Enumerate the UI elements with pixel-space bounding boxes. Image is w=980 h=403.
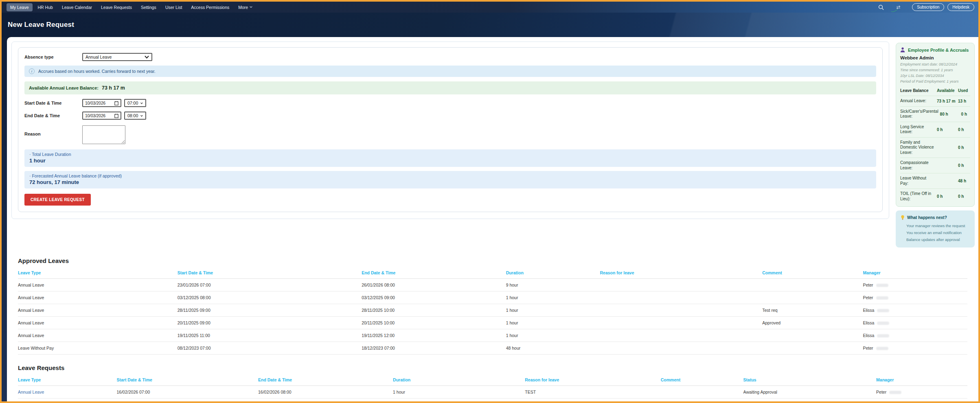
col-end[interactable]: End Date & Time [362, 267, 506, 279]
nav-item[interactable]: My Leave [7, 3, 33, 11]
col-start[interactable]: Start Date & Time [117, 374, 258, 386]
balance-row: Long Service Leave: 0 h 0 h [900, 122, 970, 138]
col-end[interactable]: End Date & Time [258, 374, 393, 386]
nav-right: Subscription Helpdesk [878, 3, 974, 11]
redacted-surname [876, 347, 888, 350]
create-leave-request-button[interactable]: CREATE LEAVE REQUEST [24, 194, 91, 206]
balance-row: Family and Domestic Violence Leave: 0 h [900, 138, 970, 158]
reason-textarea[interactable] [82, 125, 125, 144]
col-duration[interactable]: Duration [393, 374, 525, 386]
balance-row: TOIL (Time Off in Lieu): 0 h 0 h [900, 189, 970, 204]
helpdesk-button[interactable]: Helpdesk [947, 3, 974, 11]
sync-icon[interactable] [895, 4, 901, 11]
col-manager[interactable]: Manager [863, 267, 967, 279]
nav-item[interactable]: User List [162, 3, 186, 11]
status-badge: Awaiting Approval [743, 399, 876, 401]
start-time-select[interactable]: 07:00 [124, 99, 146, 107]
page-banner: New Leave Request [2, 13, 978, 37]
redacted-surname [889, 391, 901, 394]
table-row[interactable]: Annual Leave03/12/2025 08:0003/12/2025 0… [18, 291, 967, 304]
table-row[interactable]: Leave Without Pay08/12/2023 07:0018/12/2… [18, 342, 967, 355]
nav-item[interactable]: Leave Requests [97, 3, 136, 11]
chevron-down-icon [145, 55, 149, 59]
col-reason[interactable]: Reason for leave [525, 374, 660, 386]
balance-header-row: Leave Balance Available Used [900, 88, 970, 96]
col-leave-type[interactable]: Leave Type [18, 374, 117, 386]
employee-detail-line: Employment start date: 08/12/2024 [900, 62, 970, 68]
total-duration-box: · Total Leave Duration 1 hour [24, 149, 876, 167]
table-row[interactable]: Annual Leave19/11/2025 11:0019/11/2025 1… [18, 329, 967, 342]
balance-row: Annual Leave: 73 h 17 m 13 h [900, 96, 970, 107]
leave-requests-table: Leave Type Start Date & Time End Date & … [18, 374, 967, 401]
nav-item[interactable]: Settings [137, 3, 160, 11]
employee-detail-line: Period of Paid Employment: 1 years [900, 79, 970, 85]
next-step-item: Your manager reviews the request [906, 223, 970, 228]
leave-type-link[interactable]: Annual Leave [18, 390, 44, 394]
tables-section: Approved Leaves Leave Type Start Date & … [7, 247, 978, 401]
employee-detail-line: Time since commenced: 1 years [900, 68, 970, 73]
absence-type-value: Annual Leave [86, 55, 142, 59]
available-balance-label: Available Annual Leave Balance: [29, 85, 99, 90]
table-row[interactable]: Annual Leave20/11/2025 09:0020/11/2025 1… [18, 317, 967, 329]
start-date-value: 10/03/2026 [85, 101, 114, 105]
available-balance-value: 73 h 17 m [102, 85, 125, 91]
employee-detail-line: 10yr LSL Date: 08/12/2034 [900, 73, 970, 79]
end-time-select[interactable]: 08:00 [124, 112, 146, 120]
col-start[interactable]: Start Date & Time [178, 267, 362, 279]
calendar-icon[interactable] [114, 101, 118, 105]
table-row[interactable]: Annual Leave23/01/2026 07:0026/01/2026 0… [18, 279, 967, 291]
col-duration[interactable]: Duration [506, 267, 600, 279]
redacted-surname [876, 284, 888, 287]
start-datetime-label: Start Date & Time [24, 101, 82, 105]
absence-type-select[interactable]: Annual Leave [82, 53, 152, 61]
green-swoosh-icon [891, 9, 898, 12]
balance-header-label: Leave Balance [900, 88, 937, 94]
redacted-surname [877, 334, 889, 337]
start-date-input[interactable]: 10/03/2026 [82, 99, 121, 107]
accrual-info-bar: i Accrues based on hours worked. Carries… [24, 66, 876, 77]
balance-header-available: Available [937, 88, 958, 94]
right-sidebar: Employee Profile & Accruals Webbee Admin… [896, 43, 975, 247]
forecast-balance-value: 72 hours, 17 minute [29, 179, 871, 185]
nav-item[interactable]: Leave Calendar [58, 3, 96, 11]
redacted-surname [877, 309, 889, 312]
nav-item[interactable]: Access Permissions [187, 3, 233, 11]
balance-rows: Annual Leave: 73 h 17 m 13 h Sick/Carer'… [900, 96, 970, 204]
col-status[interactable]: Status [743, 374, 876, 386]
nav-item[interactable]: More [235, 3, 256, 11]
nav-items: My Leave HR Hub Leave Calendar Leave Req… [7, 3, 256, 11]
what-happens-next-box: What happens next? Your manager reviews … [896, 210, 975, 247]
subscription-button[interactable]: Subscription [912, 3, 944, 11]
approved-header-row: Leave Type Start Date & Time End Date & … [18, 267, 967, 279]
forecast-balance-box: · Forecasted Annual Leave balance (if ap… [24, 171, 876, 188]
end-date-value: 10/03/2026 [85, 114, 114, 118]
absence-type-label: Absence type [24, 55, 82, 59]
table-row[interactable]: Annual Leave 16/02/2026 07:0016/02/2026 … [18, 386, 967, 399]
table-row[interactable]: Annual Leave28/11/2025 09:0028/11/2025 1… [18, 304, 967, 317]
chevron-down-icon [250, 6, 252, 9]
balance-row: Leave Without Pay: 48 h [900, 173, 970, 189]
reason-label: Reason [24, 125, 82, 136]
col-comment[interactable]: Comment [661, 374, 743, 386]
table-row[interactable]: Annual Leave 16/02/2026 08:1516/02/2026 … [18, 399, 967, 401]
col-comment[interactable]: Comment [762, 267, 863, 279]
col-leave-type[interactable]: Leave Type [18, 267, 178, 279]
balance-row: Compassionate Leave: 0 h [900, 158, 970, 173]
employee-profile-panel: Employee Profile & Accruals Webbee Admin… [896, 43, 975, 207]
next-step-item: Balance updates after approval [906, 237, 970, 242]
profile-panel-title: Employee Profile & Accruals [908, 48, 969, 53]
end-datetime-label: End Date & Time [24, 113, 82, 118]
search-icon[interactable] [878, 4, 884, 11]
redacted-surname [877, 322, 889, 325]
new-leave-request-card: Absence type Annual Leave i Accrues base… [11, 42, 889, 219]
lightbulb-icon [901, 215, 905, 220]
balance-header-used: Used [958, 88, 970, 94]
col-reason[interactable]: Reason for leave [600, 267, 762, 279]
calendar-icon[interactable] [114, 114, 118, 118]
page-title: New Leave Request [8, 21, 74, 29]
nav-item[interactable]: HR Hub [34, 3, 57, 11]
end-date-input[interactable]: 10/03/2026 [82, 112, 121, 120]
accrual-info-text: Accrues based on hours worked. Carries f… [38, 69, 156, 74]
forecast-balance-label: · Forecasted Annual Leave balance (if ap… [29, 173, 871, 178]
col-manager[interactable]: Manager [876, 374, 967, 386]
